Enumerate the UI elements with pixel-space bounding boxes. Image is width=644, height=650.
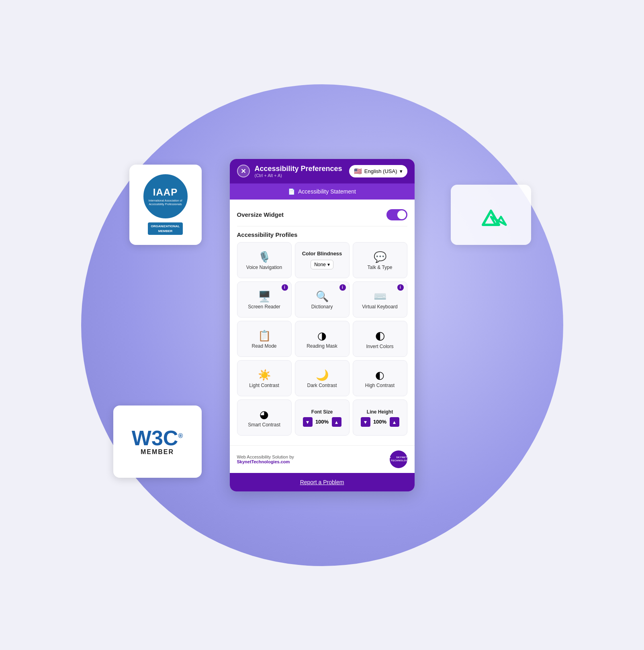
widget-body: Oversize Widget Accessibility Profiles 🎙… [230, 200, 415, 445]
widget-footer: Web Accessibility Solution by SkynetTech… [230, 445, 415, 473]
dictionary-label: Dictionary [311, 304, 333, 310]
features-row-5: ◕ Smart Contrast Font Size ▾ 100% ▴ Line… [237, 399, 407, 436]
light-contrast-icon: ☀️ [258, 370, 271, 380]
chevron-down-icon: ▾ [400, 168, 403, 174]
line-height-increase-button[interactable]: ▴ [390, 417, 399, 427]
iaap-fullname: International Association of Accessibili… [148, 199, 183, 206]
font-size-increase-button[interactable]: ▴ [332, 417, 341, 427]
line-height-label: Line Height [367, 409, 393, 415]
accessibility-widget-panel: ✕ Accessibility Preferences (Ctrl + Alt … [230, 159, 415, 491]
oversize-widget-row: Oversize Widget [237, 206, 407, 226]
talk-type-icon: 💬 [374, 252, 386, 262]
features-row-4: ☀️ Light Contrast 🌙 Dark Contrast ◐ High… [237, 360, 407, 396]
color-blindness-chevron: ▾ [327, 262, 330, 267]
virtual-keyboard-label: Virtual Keyboard [362, 304, 398, 310]
reading-mask-icon: ◑ [317, 330, 327, 341]
w3c-member-label: MEMBER [141, 448, 174, 456]
report-problem-link[interactable]: Report a Problem [300, 479, 344, 485]
iaap-acronym: IAAP [153, 187, 178, 198]
w3c-logo: W3C® [132, 428, 183, 448]
light-contrast-cell[interactable]: ☀️ Light Contrast [237, 360, 292, 396]
font-size-label: Font Size [311, 409, 333, 415]
iaap-org-label: ORGANIZATIONALMEMBER [148, 222, 183, 234]
line-height-decrease-button[interactable]: ▾ [361, 417, 370, 427]
footer-brand: SkynetTechnologies.com [237, 459, 294, 464]
read-mode-label: Read Mode [251, 343, 276, 349]
virtual-keyboard-icon: ⌨️ [374, 291, 386, 302]
read-mode-cell[interactable]: 📋 Read Mode [237, 321, 292, 357]
features-row-3: 📋 Read Mode ◑ Reading Mask ◐ Invert Colo… [237, 321, 407, 357]
font-size-decrease-button[interactable]: ▾ [303, 417, 313, 427]
virtual-keyboard-info-icon: i [397, 284, 404, 291]
font-size-value: 100% [314, 419, 330, 425]
language-selector[interactable]: 🇺🇸 English (USA) ▾ [349, 165, 407, 177]
dictionary-icon: 🔍 [316, 291, 329, 302]
w3c-badge: W3C® MEMBER [113, 405, 202, 478]
invert-colors-cell[interactable]: ◐ Invert Colors [353, 321, 407, 357]
voice-navigation-icon: 🎙️ [258, 252, 271, 262]
widget-title: Accessibility Preferences [255, 165, 342, 173]
talk-type-label: Talk & Type [368, 265, 393, 270]
features-row-2: i 🖥️ Screen Reader i 🔍 Dictionary i ⌨️ V… [237, 281, 407, 318]
color-blindness-dropdown[interactable]: None ▾ [311, 260, 333, 269]
report-problem-bar[interactable]: Report a Problem [230, 473, 415, 491]
language-label: English (USA) [364, 168, 397, 174]
font-size-cell: Font Size ▾ 100% ▴ [295, 399, 350, 436]
flag-icon: 🇺🇸 [354, 167, 362, 175]
smart-contrast-icon: ◕ [260, 409, 269, 420]
dark-contrast-cell[interactable]: 🌙 Dark Contrast [295, 360, 350, 396]
nuxt-logo-card [451, 185, 531, 245]
background-circle: IAAP International Association of Access… [81, 84, 563, 566]
iaap-badge: IAAP International Association of Access… [129, 165, 202, 245]
profiles-section-title: Accessibility Profiles [237, 226, 407, 242]
screen-reader-info-icon: i [282, 284, 288, 291]
reading-mask-cell[interactable]: ◑ Reading Mask [295, 321, 350, 357]
widget-header: ✕ Accessibility Preferences (Ctrl + Alt … [230, 159, 415, 183]
footer-line1: Web Accessibility Solution by [237, 454, 294, 459]
dictionary-info-icon: i [339, 284, 346, 291]
line-height-value: 100% [372, 419, 388, 425]
invert-colors-label: Invert Colors [366, 344, 393, 349]
oversize-toggle[interactable] [386, 209, 407, 220]
high-contrast-icon: ◐ [375, 370, 384, 380]
statement-label: Accessibility Statement [298, 188, 356, 195]
reading-mask-label: Reading Mask [307, 343, 337, 349]
color-blindness-label: Color Blindness [302, 251, 342, 257]
voice-navigation-cell[interactable]: 🎙️ Voice Navigation [237, 242, 292, 278]
color-blindness-cell: Color Blindness None ▾ [295, 242, 350, 278]
screen-reader-icon: 🖥️ [258, 291, 271, 302]
screen-reader-label: Screen Reader [248, 304, 280, 310]
statement-icon: 📄 [288, 188, 295, 195]
talk-and-type-cell[interactable]: 💬 Talk & Type [353, 242, 407, 278]
accessibility-statement-bar[interactable]: 📄 Accessibility Statement [230, 183, 415, 200]
smart-contrast-label: Smart Contrast [248, 422, 280, 428]
profiles-top-row: 🎙️ Voice Navigation Color Blindness None… [237, 242, 407, 278]
w3c-registered: ® [178, 432, 183, 439]
light-contrast-label: Light Contrast [249, 383, 279, 388]
high-contrast-label: High Contrast [365, 383, 395, 388]
skynet-logo: ST SKYNETTECHNOLOGIES [390, 450, 407, 468]
widget-shortcut: (Ctrl + Alt + A) [255, 173, 342, 178]
dark-contrast-icon: 🌙 [316, 370, 329, 380]
virtual-keyboard-cell[interactable]: i ⌨️ Virtual Keyboard [353, 281, 407, 318]
close-button[interactable]: ✕ [237, 165, 250, 177]
dark-contrast-label: Dark Contrast [307, 383, 337, 388]
screen-reader-cell[interactable]: i 🖥️ Screen Reader [237, 281, 292, 318]
invert-colors-icon: ◐ [375, 330, 385, 341]
dictionary-cell[interactable]: i 🔍 Dictionary [295, 281, 350, 318]
voice-navigation-label: Voice Navigation [246, 265, 282, 270]
oversize-label: Oversize Widget [237, 211, 284, 218]
color-blindness-value: None [314, 262, 326, 267]
nuxt-logo-icon [471, 201, 511, 229]
high-contrast-cell[interactable]: ◐ High Contrast [353, 360, 407, 396]
read-mode-icon: 📋 [258, 330, 271, 341]
line-height-cell: Line Height ▾ 100% ▴ [353, 399, 407, 436]
smart-contrast-cell[interactable]: ◕ Smart Contrast [237, 399, 292, 436]
